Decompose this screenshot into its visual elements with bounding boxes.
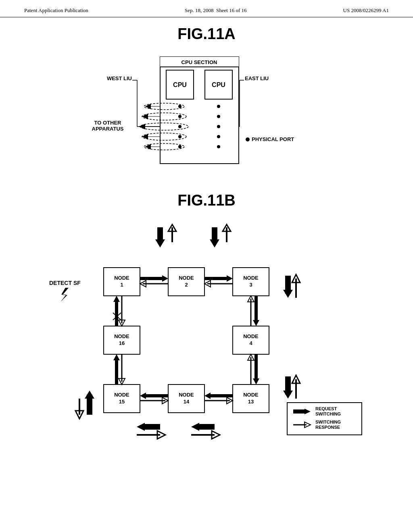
svg-text:PHYSICAL PORT: PHYSICAL PORT: [252, 136, 294, 142]
svg-text:CPU: CPU: [173, 81, 187, 88]
svg-marker-75: [227, 275, 233, 282]
svg-marker-131: [85, 391, 94, 399]
svg-point-10: [178, 115, 181, 118]
svg-text:REQUEST: REQUEST: [315, 406, 337, 411]
svg-text:EAST LIU: EAST LIU: [245, 75, 269, 81]
svg-text:1: 1: [120, 282, 123, 288]
svg-marker-71: [162, 275, 168, 282]
header-right: US 2008/0226299 A1: [343, 7, 389, 14]
svg-text:2: 2: [185, 282, 188, 288]
svg-marker-99: [113, 296, 120, 302]
page-content: FIG.11A CPU SECTION CPU CPU: [0, 17, 413, 467]
svg-text:13: 13: [248, 399, 254, 405]
svg-point-8: [178, 105, 181, 108]
svg-marker-87: [204, 393, 211, 399]
svg-marker-113: [137, 423, 145, 431]
svg-marker-121: [283, 290, 293, 298]
svg-text:APPARATUS: APPARATUS: [92, 126, 124, 132]
svg-marker-95: [113, 354, 120, 360]
fig11b-diagram: NODE 1 NODE 2 NODE 3 NODE 4 NODE 13 NODE…: [24, 217, 389, 451]
svg-marker-125: [283, 391, 293, 399]
svg-point-14: [178, 135, 181, 138]
svg-marker-79: [253, 320, 259, 326]
fig11a-diagram: CPU SECTION CPU CPU: [24, 51, 389, 188]
svg-text:SWITCHING: SWITCHING: [315, 420, 341, 424]
svg-point-17: [217, 145, 220, 148]
svg-point-9: [217, 105, 220, 108]
svg-text:TO OTHER: TO OTHER: [94, 120, 122, 126]
svg-text:NODE: NODE: [179, 392, 194, 398]
svg-text:NODE: NODE: [243, 275, 259, 281]
svg-text:4: 4: [249, 340, 252, 346]
svg-text:NODE: NODE: [243, 333, 259, 339]
svg-marker-133: [60, 288, 69, 302]
svg-text:CPU: CPU: [212, 81, 225, 88]
svg-point-43: [246, 137, 250, 141]
svg-text:WEST LIU: WEST LIU: [107, 75, 132, 81]
svg-text:NODE: NODE: [114, 275, 129, 281]
svg-text:NODE: NODE: [114, 333, 129, 339]
svg-marker-117: [191, 423, 199, 431]
svg-text:NODE: NODE: [243, 392, 259, 398]
svg-marker-105: [155, 239, 165, 247]
svg-marker-109: [210, 239, 219, 247]
svg-text:SWITCHING: SWITCHING: [315, 411, 341, 416]
svg-text:14: 14: [184, 399, 190, 405]
svg-point-16: [178, 145, 181, 148]
svg-point-11: [217, 115, 220, 118]
svg-point-12: [178, 125, 181, 128]
fig11b-title: FIG.11B: [24, 192, 389, 209]
svg-text:CPU SECTION: CPU SECTION: [181, 59, 217, 65]
svg-marker-91: [140, 393, 146, 399]
fig11a-svg: CPU SECTION CPU CPU: [86, 51, 327, 184]
svg-text:15: 15: [119, 399, 125, 405]
svg-text:16: 16: [119, 340, 125, 346]
svg-marker-83: [253, 378, 259, 384]
svg-text:RESPONSE: RESPONSE: [315, 425, 340, 430]
svg-text:NODE: NODE: [179, 275, 194, 281]
fig11b-svg: NODE 1 NODE 2 NODE 3 NODE 4 NODE 13 NODE…: [37, 217, 376, 447]
svg-text:NODE: NODE: [114, 392, 129, 398]
header-center: Sep. 18, 2008 Sheet 16 of 16: [185, 7, 246, 14]
fig11a-title: FIG.11A: [24, 25, 389, 43]
svg-point-13: [217, 125, 220, 128]
page-header: Patent Application Publication Sep. 18, …: [0, 0, 413, 17]
svg-text:3: 3: [249, 282, 252, 288]
header-left: Patent Application Publication: [24, 7, 88, 14]
svg-text:DETECT SF: DETECT SF: [49, 280, 81, 286]
svg-point-15: [217, 135, 220, 138]
